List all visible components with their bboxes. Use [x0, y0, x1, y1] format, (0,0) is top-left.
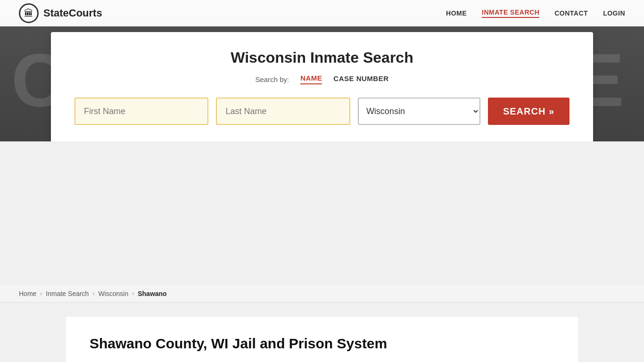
- breadcrumb-sep-1: ›: [40, 290, 42, 297]
- breadcrumb-sep-3: ›: [132, 290, 134, 297]
- logo-area[interactable]: 🏛 StateCourts: [19, 3, 102, 23]
- search-tab-name[interactable]: NAME: [300, 74, 322, 84]
- search-by-row: Search by: NAME CASE NUMBER: [74, 74, 570, 84]
- nav-contact[interactable]: CONTACT: [554, 9, 588, 17]
- breadcrumb-home[interactable]: Home: [19, 290, 36, 297]
- nav-login[interactable]: LOGIN: [603, 9, 625, 17]
- breadcrumb-shawano: Shawano: [138, 290, 166, 297]
- nav-bar: 🏛 StateCourts HOME INMATE SEARCH CONTACT…: [0, 0, 644, 26]
- first-name-input[interactable]: [74, 98, 208, 125]
- logo-text: StateCourts: [43, 7, 102, 19]
- search-by-label: Search by:: [255, 75, 289, 83]
- search-card-title: Wisconsin Inmate Search: [74, 49, 570, 66]
- breadcrumb-inmate-search[interactable]: Inmate Search: [46, 290, 89, 297]
- search-card: Wisconsin Inmate Search Search by: NAME …: [51, 32, 593, 141]
- search-tab-case-number[interactable]: CASE NUMBER: [333, 74, 388, 84]
- nav-home[interactable]: HOME: [446, 9, 467, 17]
- logo-icon: 🏛: [19, 3, 39, 23]
- county-title: Shawano County, WI Jail and Prison Syste…: [90, 336, 554, 352]
- nav-inmate-search[interactable]: INMATE SEARCH: [482, 8, 539, 18]
- content-card: Shawano County, WI Jail and Prison Syste…: [66, 317, 578, 362]
- search-inputs-row: Wisconsin Alabama Alaska Arizona Califor…: [74, 98, 570, 125]
- search-button[interactable]: SEARCH »: [488, 98, 570, 125]
- breadcrumb: Home › Inmate Search › Wisconsin › Shawa…: [0, 285, 644, 303]
- breadcrumb-wisconsin[interactable]: Wisconsin: [98, 290, 128, 297]
- header: COURTHOUSE 🏛 StateCourts HOME INMATE SEA…: [0, 0, 644, 141]
- nav-links: HOME INMATE SEARCH CONTACT LOGIN: [446, 8, 625, 18]
- breadcrumb-sep-2: ›: [92, 290, 94, 297]
- state-select[interactable]: Wisconsin Alabama Alaska Arizona Califor…: [358, 98, 480, 125]
- last-name-input[interactable]: [216, 98, 350, 125]
- main-content: Shawano County, WI Jail and Prison Syste…: [0, 303, 644, 362]
